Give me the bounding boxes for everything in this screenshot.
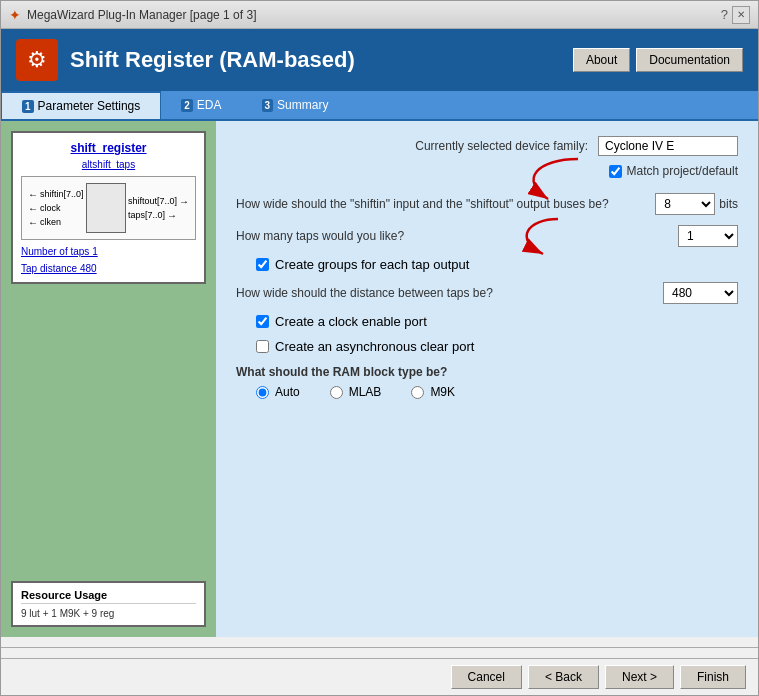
port-right: shiftout[7..0] → taps[7..0] → xyxy=(128,196,189,221)
next-button[interactable]: Next > xyxy=(605,665,674,689)
radio-m9k[interactable]: M9K xyxy=(411,385,455,399)
tab-label-1: Parameter Settings xyxy=(38,99,141,113)
create-groups-label: Create groups for each tap output xyxy=(275,257,469,272)
taps-select-wrapper: 1 2 4 xyxy=(678,225,738,247)
ram-radio-group: Auto MLAB M9K xyxy=(256,385,738,399)
center-component-box xyxy=(86,183,126,233)
component-info-1: Number of taps 1 xyxy=(21,246,196,257)
arrow-left-3: ← xyxy=(28,217,38,228)
radio-auto-input[interactable] xyxy=(256,386,269,399)
app-icon: ✦ xyxy=(9,7,21,23)
tab-label-3: Summary xyxy=(277,98,328,112)
port-label-taps: taps[7..0] xyxy=(128,210,165,220)
resource-usage: Resource Usage 9 lut + 1 M9K + 9 reg xyxy=(11,581,206,627)
taps-input-group: 1 2 4 xyxy=(678,225,738,247)
tap-distance-label: How wide should the distance between tap… xyxy=(236,286,655,300)
resource-title: Resource Usage xyxy=(21,589,196,604)
about-button[interactable]: About xyxy=(573,48,630,72)
tap-distance-select-wrapper: 480 240 120 xyxy=(663,282,738,304)
tabs-bar: 1 Parameter Settings 2 EDA 3 Summary xyxy=(1,91,758,121)
match-checkbox[interactable] xyxy=(609,165,622,178)
port-label-clock: clock xyxy=(40,203,61,213)
radio-m9k-label: M9K xyxy=(430,385,455,399)
device-label: Currently selected device family: xyxy=(415,139,588,153)
tap-distance-select[interactable]: 480 240 120 xyxy=(663,282,738,304)
bottom-divider xyxy=(1,647,758,648)
bus-width-unit: bits xyxy=(719,197,738,211)
window-title: MegaWizard Plug-In Manager [page 1 of 3] xyxy=(27,8,256,22)
header-title-text: Shift Register (RAM-based) xyxy=(70,47,355,73)
clock-enable-label: Create a clock enable port xyxy=(275,314,427,329)
tab-parameter-settings[interactable]: 1 Parameter Settings xyxy=(1,91,161,119)
component-name: shift_register xyxy=(21,141,196,155)
main-content: shift_register altshift_taps ← shiftin[7… xyxy=(1,121,758,637)
tap-distance-input-group: 480 240 120 xyxy=(663,282,738,304)
help-button[interactable]: ? xyxy=(721,7,728,22)
ram-block-label: What should the RAM block type be? xyxy=(236,365,447,379)
match-label-text: Match project/default xyxy=(627,164,738,178)
main-window: ✦ MegaWizard Plug-In Manager [page 1 of … xyxy=(0,0,759,696)
tab-num-2: 2 xyxy=(181,99,193,112)
radio-auto-label: Auto xyxy=(275,385,300,399)
async-clear-checkbox[interactable] xyxy=(256,340,269,353)
header-buttons: About Documentation xyxy=(573,48,743,72)
close-button[interactable]: ✕ xyxy=(732,6,750,24)
device-row: Currently selected device family: Cyclon… xyxy=(236,136,738,156)
async-clear-label: Create an asynchronous clear port xyxy=(275,339,474,354)
tab-num-3: 3 xyxy=(262,99,274,112)
bus-width-row: How wide should the "shiftin" input and … xyxy=(236,193,738,215)
cancel-button[interactable]: Cancel xyxy=(451,665,522,689)
port-diagram: ← shiftin[7..0] ← clock ← clken xyxy=(21,176,196,240)
tab-label-2: EDA xyxy=(197,98,222,112)
component-info-2: Tap distance 480 xyxy=(21,263,196,274)
match-label[interactable]: Match project/default xyxy=(609,164,738,178)
arrow-left-2: ← xyxy=(28,203,38,214)
taps-label: How many taps would you like? xyxy=(236,229,670,243)
right-panel: Currently selected device family: Cyclon… xyxy=(216,121,758,637)
tap-distance-row: How wide should the distance between tap… xyxy=(236,282,738,304)
radio-mlab[interactable]: MLAB xyxy=(330,385,382,399)
device-select[interactable]: Cyclone IV E xyxy=(598,136,738,156)
bus-width-select-wrapper: 8 16 32 xyxy=(655,193,715,215)
async-clear-row: Create an asynchronous clear port xyxy=(256,339,738,354)
radio-auto[interactable]: Auto xyxy=(256,385,300,399)
create-groups-row: Create groups for each tap output xyxy=(256,257,738,272)
bus-width-label: How wide should the "shiftin" input and … xyxy=(236,197,647,211)
ram-block-row: What should the RAM block type be? xyxy=(236,364,738,379)
create-groups-checkbox[interactable] xyxy=(256,258,269,271)
finish-button[interactable]: Finish xyxy=(680,665,746,689)
radio-mlab-label: MLAB xyxy=(349,385,382,399)
port-label-shiftout: shiftout[7..0] xyxy=(128,196,177,206)
radio-m9k-input[interactable] xyxy=(411,386,424,399)
port-label-shiftin: shiftin[7..0] xyxy=(40,189,84,199)
header-icon xyxy=(16,39,58,81)
clock-enable-checkbox[interactable] xyxy=(256,315,269,328)
left-panel: shift_register altshift_taps ← shiftin[7… xyxy=(1,121,216,637)
taps-row: How many taps would you like? 1 2 4 xyxy=(236,225,738,247)
tab-eda[interactable]: 2 EDA xyxy=(161,91,241,119)
arrow-right-2: → xyxy=(167,210,177,221)
arrow-right-1: → xyxy=(179,196,189,207)
component-subname: altshift_taps xyxy=(21,159,196,170)
radio-mlab-input[interactable] xyxy=(330,386,343,399)
taps-select[interactable]: 1 2 4 xyxy=(678,225,738,247)
bus-width-select[interactable]: 8 16 32 xyxy=(655,193,715,215)
title-bar-controls: ? ✕ xyxy=(721,6,750,24)
bus-width-input-group: 8 16 32 bits xyxy=(655,193,738,215)
port-row-1: ← shiftin[7..0] ← clock ← clken xyxy=(28,183,189,233)
tab-summary[interactable]: 3 Summary xyxy=(242,91,349,119)
tab-num-1: 1 xyxy=(22,100,34,113)
back-button[interactable]: < Back xyxy=(528,665,599,689)
header-title-area: Shift Register (RAM-based) xyxy=(16,39,355,81)
resource-text: 9 lut + 1 M9K + 9 reg xyxy=(21,608,196,619)
bottom-bar: Cancel < Back Next > Finish xyxy=(1,658,758,695)
port-label-clken: clken xyxy=(40,217,61,227)
port-left-1: ← shiftin[7..0] ← clock ← clken xyxy=(28,189,84,228)
clock-enable-row: Create a clock enable port xyxy=(256,314,738,329)
component-preview: shift_register altshift_taps ← shiftin[7… xyxy=(11,131,206,284)
header-bar: Shift Register (RAM-based) About Documen… xyxy=(1,29,758,91)
title-bar-left: ✦ MegaWizard Plug-In Manager [page 1 of … xyxy=(9,7,256,23)
arrow-left-1: ← xyxy=(28,189,38,200)
title-bar: ✦ MegaWizard Plug-In Manager [page 1 of … xyxy=(1,1,758,29)
documentation-button[interactable]: Documentation xyxy=(636,48,743,72)
